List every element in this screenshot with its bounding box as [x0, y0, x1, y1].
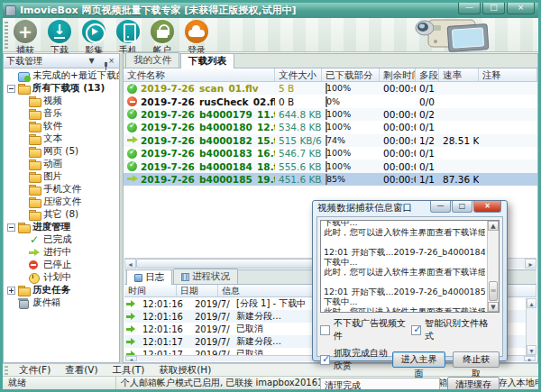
sidebar-item-all-downloads[interactable]: 所有下载项 (13)	[4, 82, 119, 95]
download-button[interactable]: 下载	[43, 20, 76, 57]
sidebar-item-stopped[interactable]: 已停止	[4, 259, 119, 271]
close-button[interactable]: ×	[507, 3, 535, 14]
sidebar-item-webpage[interactable]: 网页 (5)	[4, 145, 119, 158]
table-row[interactable]: 2019-7-26_b4000184_18.ts 555.6 KB 100% 0…	[124, 160, 537, 172]
sidebar-item-music[interactable]: 音乐	[4, 107, 119, 120]
sidebar-item-software[interactable]: 软件	[4, 120, 119, 132]
trash-icon	[18, 298, 30, 308]
checkbox-auto-view[interactable]: 抓取完成自动欣赏	[320, 347, 392, 372]
column-header-filename[interactable]: 文件名称	[124, 68, 275, 81]
column-header-speed[interactable]: 速率	[439, 68, 479, 81]
table-row[interactable]: 2019-7-26_b4000182_15.ts 515 KB/6l … 74%…	[124, 134, 537, 147]
done-icon	[127, 161, 138, 171]
chevron-down-icon[interactable]: ▼	[87, 57, 96, 65]
sidebar-item-animation[interactable]: 动画	[4, 158, 119, 170]
tab-my-files[interactable]: 我的文件	[125, 52, 179, 68]
clear-cache-button[interactable]: 清理缓存	[447, 377, 500, 389]
account-button[interactable]: 帐户	[146, 20, 179, 57]
scrollbar-thumb[interactable]	[489, 281, 498, 301]
maximize-button[interactable]: □	[482, 3, 505, 14]
scroll-up-icon[interactable]: ▴	[527, 298, 536, 308]
table-row[interactable]: 2019-7-26_b4000179_11.ts 644.8 KB 100% 0…	[124, 108, 537, 121]
folder-icon	[29, 134, 41, 144]
folder-icon	[29, 109, 41, 119]
sidebar-item-scheduled[interactable]: 计划中	[4, 271, 119, 284]
collapse-icon[interactable]	[7, 223, 15, 232]
sidebar-item-trash[interactable]: 废件箱	[4, 296, 119, 309]
album-button[interactable]: 影集	[78, 20, 110, 57]
sidebar-item-other[interactable]: 其它 (8)	[4, 208, 119, 221]
sidebar-item-image[interactable]: 图片	[4, 170, 119, 183]
menu-view[interactable]: 查看(V)	[58, 364, 105, 377]
scroll-down-icon[interactable]: ▾	[527, 345, 536, 355]
scroll-down-icon[interactable]: ▼	[488, 302, 499, 312]
vertical-scrollbar[interactable]: ▴ ▾	[526, 298, 536, 355]
scroll-right-icon[interactable]: ▸	[524, 356, 536, 361]
collapse-icon[interactable]	[7, 85, 15, 93]
dialog-minimize-button[interactable]: —	[430, 201, 451, 213]
scroll-right-icon[interactable]: ▸	[525, 259, 536, 269]
column-header-filesize[interactable]: 文件大小	[275, 68, 322, 81]
lock-icon	[151, 20, 174, 43]
scroll-left-icon[interactable]: ◂	[124, 259, 136, 269]
expand-icon[interactable]	[7, 287, 15, 295]
checkbox-smart-format[interactable]: 智能识别文件格式	[411, 317, 494, 342]
sidebar-item-phone-files[interactable]: 手机文件	[4, 183, 119, 196]
column-header-time[interactable]: 时间	[124, 285, 177, 296]
table-row[interactable]: 2019-7-26_rusCheck_02.flv 0 B 0% 0/0	[124, 95, 537, 107]
checkbox-icon[interactable]	[320, 325, 330, 335]
folder-open-icon	[18, 223, 30, 232]
column-header-date[interactable]: 日期	[177, 285, 218, 296]
capture-button[interactable]: 捕获	[9, 20, 41, 57]
dialog-scrollbar[interactable]: ▲ ▼	[487, 221, 499, 312]
dialog-maximize-button[interactable]: □	[452, 201, 472, 213]
tab-download-list[interactable]: 下载列表	[180, 53, 234, 68]
dialog-body: 下载中... 此时，您可以进入软件主界面查看下载详细情形... 12:01 开始…	[316, 216, 503, 357]
scroll-up-icon[interactable]: ▲	[488, 221, 499, 231]
phone-button[interactable]: 手机	[112, 20, 144, 57]
sidebar-item-archives[interactable]: 压缩文件	[4, 196, 119, 208]
sidebar-item-completed[interactable]: 已完成	[4, 233, 119, 246]
tab-process-status[interactable]: 进程状况	[173, 269, 238, 284]
tab-log[interactable]: 日志	[126, 269, 172, 285]
process-icon	[181, 273, 189, 281]
table-row-selected[interactable]: 2019-7-26_b4000185_19.ts 451.6 KB/ … 85%…	[124, 173, 537, 186]
stop-capture-button[interactable]: 终止获取	[453, 351, 500, 368]
menu-license[interactable]: 获取授权(H)	[151, 364, 218, 377]
checkbox-checked-icon[interactable]	[320, 355, 330, 365]
sidebar-item-progress-mgmt[interactable]: 进度管理	[4, 221, 119, 233]
sidebar-item-in-progress[interactable]: 进行中	[4, 246, 119, 259]
progress-bar: 100%	[326, 148, 327, 159]
table-row[interactable]: 2019-7-26_scan_01.flv 5 B 100% 00:00:00 …	[124, 82, 537, 95]
column-header-remaining[interactable]: 剩余时间	[380, 68, 416, 81]
app-window: ImovieBox 网页视频批量下载专家 [未获得正版授权,试用中] — □ ×…	[0, 0, 541, 392]
table-row[interactable]: 2019-7-26_b4000180_12.ts 534.8 KB 100% 0…	[124, 121, 537, 133]
progress-bar: 100%	[326, 83, 327, 94]
sidebar-item-history[interactable]: 历史任务	[4, 284, 119, 296]
column-header-note[interactable]: 注释	[479, 68, 537, 81]
checkbox-no-ads[interactable]: 不下载广告视频文件	[320, 317, 411, 342]
log-icon	[134, 274, 142, 282]
table-row[interactable]: 2019-7-26_b4000183_16.ts 546.7 KB 100% 0…	[124, 147, 537, 160]
column-header-segments[interactable]: 多段	[416, 68, 439, 81]
menu-tools[interactable]: 工具(T)	[105, 364, 152, 377]
sidebar-item-video[interactable]: 视频	[4, 95, 119, 107]
column-header-downloaded[interactable]: 已下载部分	[322, 68, 380, 81]
dialog-close-button[interactable]: ×	[473, 201, 501, 213]
enter-main-button[interactable]: 进入主界面	[392, 351, 446, 368]
toolbar-grip[interactable]	[5, 22, 8, 49]
sidebar-item-recent[interactable]: 未完成的+最近下载的	[4, 69, 119, 82]
checkbox-checked-icon[interactable]	[411, 325, 421, 335]
menu-file[interactable]: 文件(F)	[12, 364, 58, 377]
cloud-icon	[185, 20, 208, 43]
sidebar-item-text[interactable]: 文本	[4, 132, 119, 145]
close-panel-icon[interactable]: ×	[106, 57, 116, 65]
progress-bar: 0%	[326, 96, 327, 107]
minimize-button[interactable]: —	[458, 3, 481, 14]
scroll-left-icon[interactable]: ◂	[125, 356, 137, 361]
log-arrow-icon	[126, 312, 136, 321]
log-line: 下载中...	[324, 220, 485, 227]
login-button[interactable]: 登录	[180, 20, 213, 57]
menubar-grip[interactable]	[5, 366, 8, 375]
folder-icon	[29, 172, 41, 182]
